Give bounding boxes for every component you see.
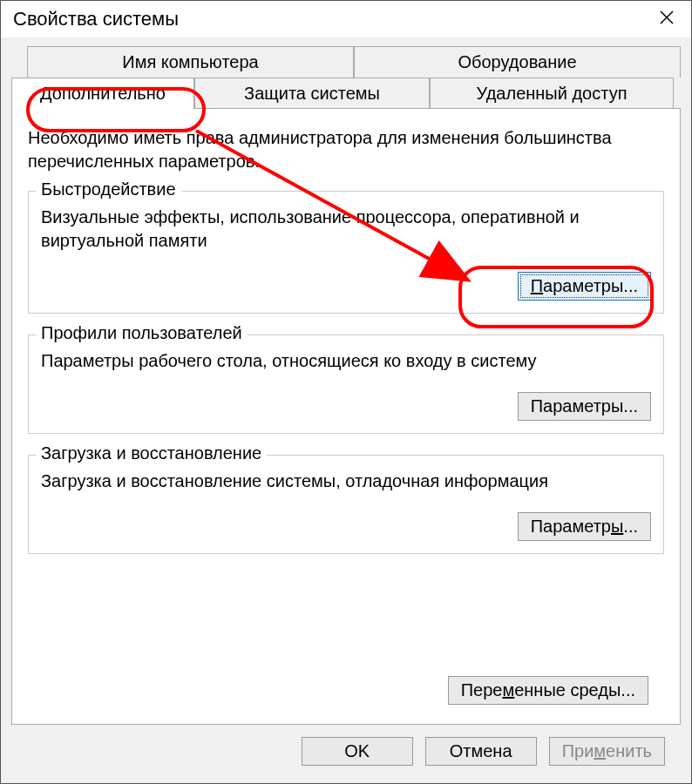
startup-recovery-settings-button[interactable]: Параметры...: [518, 512, 651, 541]
window-title: Свойства системы: [13, 8, 179, 30]
group-user-profiles-desc: Параметры рабочего стола, относящиеся ко…: [41, 349, 651, 373]
system-properties-window: Свойства системы Имя компьютера Оборудов…: [0, 0, 692, 784]
tab-system-protection[interactable]: Защита системы: [194, 78, 430, 109]
performance-settings-button[interactable]: Параметры...: [518, 272, 651, 301]
group-user-profiles-legend: Профили пользователей: [36, 323, 248, 343]
group-performance: Быстродействие Визуальные эффекты, испол…: [28, 191, 664, 314]
ok-button[interactable]: OK: [302, 737, 413, 766]
title-bar: Свойства системы: [1, 1, 691, 37]
tab-hardware[interactable]: Оборудование: [354, 46, 681, 78]
group-user-profiles: Профили пользователей Параметры рабочего…: [28, 335, 664, 434]
apply-button[interactable]: Применить: [549, 737, 665, 766]
tab-computer-name[interactable]: Имя компьютера: [27, 46, 354, 78]
group-startup-recovery-legend: Загрузка и восстановление: [36, 443, 267, 463]
tabs: Имя компьютера Оборудование Дополнительн…: [11, 46, 681, 109]
group-startup-recovery-desc: Загрузка и восстановление системы, отлад…: [41, 470, 651, 493]
group-performance-desc: Визуальные эффекты, использование процес…: [41, 206, 651, 253]
dialog-footer: OK Отмена Применить: [11, 725, 681, 773]
user-profiles-settings-button[interactable]: Параметры...: [518, 392, 651, 421]
tab-page-advanced: Необходимо иметь права администратора дл…: [11, 108, 681, 725]
admin-info-text: Необходимо иметь права администратора дл…: [28, 126, 664, 173]
group-performance-legend: Быстродействие: [36, 179, 181, 199]
cancel-button[interactable]: Отмена: [425, 737, 537, 766]
environment-variables-button[interactable]: Переменные среды...: [448, 676, 648, 705]
group-startup-recovery: Загрузка и восстановление Загрузка и вос…: [28, 455, 664, 554]
close-icon[interactable]: [651, 8, 682, 30]
dialog-body: Имя компьютера Оборудование Дополнительн…: [1, 37, 691, 783]
tab-remote[interactable]: Удаленный доступ: [430, 78, 674, 109]
tab-advanced[interactable]: Дополнительно: [11, 78, 194, 109]
